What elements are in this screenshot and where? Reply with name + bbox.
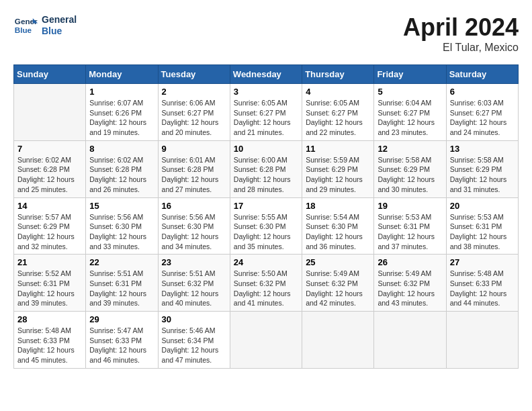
day-info: Sunrise: 5:51 AM Sunset: 6:31 PM Dayligh… (89, 269, 154, 308)
calendar-week-row: 7Sunrise: 6:02 AM Sunset: 6:28 PM Daylig… (14, 140, 519, 197)
day-info: Sunrise: 6:03 AM Sunset: 6:27 PM Dayligh… (450, 98, 515, 138)
calendar-cell (374, 312, 446, 369)
calendar-cell: 26Sunrise: 5:49 AM Sunset: 6:32 PM Dayli… (374, 255, 446, 312)
day-info: Sunrise: 6:02 AM Sunset: 6:28 PM Dayligh… (17, 155, 82, 195)
day-number: 19 (378, 201, 442, 211)
day-info: Sunrise: 5:54 AM Sunset: 6:30 PM Dayligh… (306, 212, 370, 252)
day-number: 20 (450, 201, 515, 211)
day-number: 21 (17, 257, 82, 267)
day-info: Sunrise: 5:47 AM Sunset: 6:33 PM Dayligh… (89, 326, 154, 365)
calendar-cell: 9Sunrise: 6:01 AM Sunset: 6:28 PM Daylig… (158, 140, 230, 197)
day-info: Sunrise: 5:55 AM Sunset: 6:30 PM Dayligh… (234, 212, 298, 252)
day-number: 24 (234, 257, 298, 267)
calendar-week-row: 21Sunrise: 5:52 AM Sunset: 6:31 PM Dayli… (14, 255, 519, 312)
day-number: 25 (306, 257, 370, 267)
calendar-cell: 19Sunrise: 5:53 AM Sunset: 6:31 PM Dayli… (374, 197, 446, 255)
weekday-header-monday: Monday (86, 65, 158, 84)
day-number: 10 (234, 144, 298, 154)
calendar-cell: 20Sunrise: 5:53 AM Sunset: 6:31 PM Dayli… (446, 197, 518, 255)
day-number: 1 (89, 87, 154, 97)
title-block: April 2024 El Tular, Mexico (403, 13, 519, 54)
day-info: Sunrise: 5:48 AM Sunset: 6:33 PM Dayligh… (450, 269, 515, 308)
calendar-cell: 17Sunrise: 5:55 AM Sunset: 6:30 PM Dayli… (230, 197, 302, 255)
weekday-header-friday: Friday (374, 65, 446, 84)
day-number: 23 (162, 257, 226, 267)
calendar-cell: 16Sunrise: 5:56 AM Sunset: 6:30 PM Dayli… (158, 197, 230, 255)
calendar-cell: 29Sunrise: 5:47 AM Sunset: 6:33 PM Dayli… (86, 312, 158, 369)
calendar-cell: 13Sunrise: 5:58 AM Sunset: 6:29 PM Dayli… (446, 140, 518, 197)
day-info: Sunrise: 5:58 AM Sunset: 6:29 PM Dayligh… (378, 155, 442, 195)
calendar-cell: 6Sunrise: 6:03 AM Sunset: 6:27 PM Daylig… (446, 84, 518, 141)
calendar-cell (14, 84, 86, 141)
day-info: Sunrise: 6:04 AM Sunset: 6:27 PM Dayligh… (378, 98, 442, 138)
calendar-cell: 4Sunrise: 6:05 AM Sunset: 6:27 PM Daylig… (302, 84, 374, 141)
day-info: Sunrise: 6:07 AM Sunset: 6:26 PM Dayligh… (89, 98, 154, 138)
day-info: Sunrise: 5:49 AM Sunset: 6:32 PM Dayligh… (378, 269, 442, 308)
day-info: Sunrise: 6:06 AM Sunset: 6:27 PM Dayligh… (162, 98, 226, 138)
sub-title: El Tular, Mexico (403, 42, 519, 54)
day-info: Sunrise: 5:50 AM Sunset: 6:32 PM Dayligh… (234, 269, 298, 308)
logo: General Blue GeneralBlue (13, 13, 77, 38)
weekday-header-sunday: Sunday (14, 65, 86, 84)
calendar-cell: 14Sunrise: 5:57 AM Sunset: 6:29 PM Dayli… (14, 197, 86, 255)
day-info: Sunrise: 6:02 AM Sunset: 6:28 PM Dayligh… (89, 155, 154, 195)
calendar-cell: 28Sunrise: 5:48 AM Sunset: 6:33 PM Dayli… (14, 312, 86, 369)
calendar-cell: 18Sunrise: 5:54 AM Sunset: 6:30 PM Dayli… (302, 197, 374, 255)
day-number: 16 (162, 201, 226, 211)
day-number: 29 (89, 314, 154, 324)
logo-text: GeneralBlue (42, 14, 77, 37)
day-number: 15 (89, 201, 154, 211)
day-info: Sunrise: 5:53 AM Sunset: 6:31 PM Dayligh… (378, 212, 442, 252)
calendar-cell: 1Sunrise: 6:07 AM Sunset: 6:26 PM Daylig… (86, 84, 158, 141)
calendar-cell: 24Sunrise: 5:50 AM Sunset: 6:32 PM Dayli… (230, 255, 302, 312)
day-info: Sunrise: 5:52 AM Sunset: 6:31 PM Dayligh… (17, 269, 82, 308)
weekday-header-tuesday: Tuesday (158, 65, 230, 84)
day-number: 3 (234, 87, 298, 97)
day-number: 27 (450, 257, 515, 267)
day-number: 2 (162, 87, 226, 97)
day-info: Sunrise: 5:59 AM Sunset: 6:29 PM Dayligh… (306, 155, 370, 195)
day-number: 8 (89, 144, 154, 154)
page-header: General Blue GeneralBlue April 2024 El T… (13, 13, 519, 54)
day-info: Sunrise: 5:57 AM Sunset: 6:29 PM Dayligh… (17, 212, 82, 252)
calendar-cell: 10Sunrise: 6:00 AM Sunset: 6:28 PM Dayli… (230, 140, 302, 197)
calendar-cell: 2Sunrise: 6:06 AM Sunset: 6:27 PM Daylig… (158, 84, 230, 141)
day-number: 4 (306, 87, 370, 97)
calendar-cell: 12Sunrise: 5:58 AM Sunset: 6:29 PM Dayli… (374, 140, 446, 197)
day-info: Sunrise: 5:58 AM Sunset: 6:29 PM Dayligh… (450, 155, 515, 195)
calendar-cell: 7Sunrise: 6:02 AM Sunset: 6:28 PM Daylig… (14, 140, 86, 197)
day-info: Sunrise: 5:46 AM Sunset: 6:34 PM Dayligh… (162, 326, 226, 365)
calendar-cell: 8Sunrise: 6:02 AM Sunset: 6:28 PM Daylig… (86, 140, 158, 197)
calendar-cell (230, 312, 302, 369)
calendar-table: SundayMondayTuesdayWednesdayThursdayFrid… (13, 64, 519, 369)
day-info: Sunrise: 5:53 AM Sunset: 6:31 PM Dayligh… (450, 212, 515, 252)
calendar-cell: 23Sunrise: 5:51 AM Sunset: 6:32 PM Dayli… (158, 255, 230, 312)
calendar-week-row: 14Sunrise: 5:57 AM Sunset: 6:29 PM Dayli… (14, 197, 519, 255)
day-number: 9 (162, 144, 226, 154)
day-info: Sunrise: 5:48 AM Sunset: 6:33 PM Dayligh… (17, 326, 82, 365)
day-number: 28 (17, 314, 82, 324)
weekday-header-wednesday: Wednesday (230, 65, 302, 84)
calendar-cell: 15Sunrise: 5:56 AM Sunset: 6:30 PM Dayli… (86, 197, 158, 255)
day-number: 6 (450, 87, 515, 97)
svg-text:Blue: Blue (15, 26, 32, 34)
day-number: 26 (378, 257, 442, 267)
calendar-cell (446, 312, 518, 369)
day-number: 22 (89, 257, 154, 267)
calendar-cell: 21Sunrise: 5:52 AM Sunset: 6:31 PM Dayli… (14, 255, 86, 312)
calendar-cell: 5Sunrise: 6:04 AM Sunset: 6:27 PM Daylig… (374, 84, 446, 141)
day-info: Sunrise: 5:51 AM Sunset: 6:32 PM Dayligh… (162, 269, 226, 308)
weekday-header-saturday: Saturday (446, 65, 518, 84)
calendar-cell: 25Sunrise: 5:49 AM Sunset: 6:32 PM Dayli… (302, 255, 374, 312)
day-number: 30 (162, 314, 226, 324)
day-number: 18 (306, 201, 370, 211)
calendar-cell: 3Sunrise: 6:05 AM Sunset: 6:27 PM Daylig… (230, 84, 302, 141)
day-info: Sunrise: 6:05 AM Sunset: 6:27 PM Dayligh… (306, 98, 370, 138)
day-number: 5 (378, 87, 442, 97)
day-info: Sunrise: 5:49 AM Sunset: 6:32 PM Dayligh… (306, 269, 370, 308)
calendar-week-row: 28Sunrise: 5:48 AM Sunset: 6:33 PM Dayli… (14, 312, 519, 369)
day-info: Sunrise: 5:56 AM Sunset: 6:30 PM Dayligh… (89, 212, 154, 252)
day-number: 14 (17, 201, 82, 211)
day-info: Sunrise: 5:56 AM Sunset: 6:30 PM Dayligh… (162, 212, 226, 252)
calendar-week-row: 1Sunrise: 6:07 AM Sunset: 6:26 PM Daylig… (14, 84, 519, 141)
